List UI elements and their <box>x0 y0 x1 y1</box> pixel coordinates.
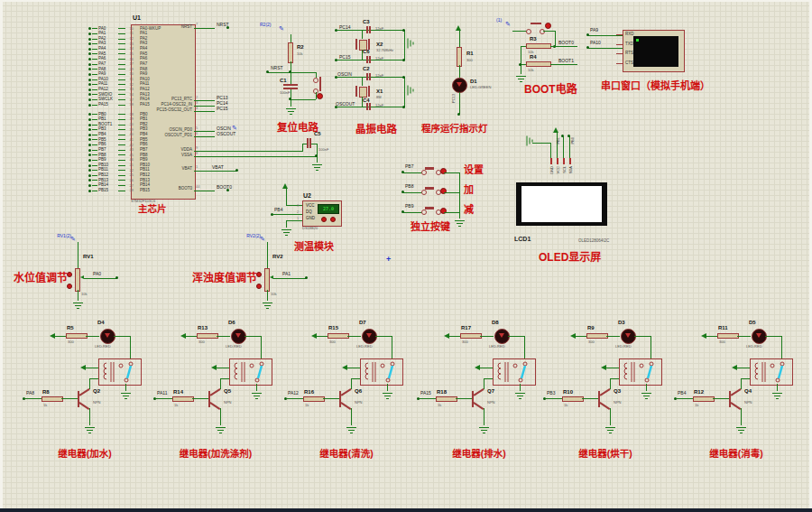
crystal-plate[interactable] <box>368 86 370 97</box>
probe-pencil-icon[interactable]: ✎ <box>279 25 284 32</box>
pin-name: PA1 <box>135 32 192 36</box>
wire <box>484 408 484 425</box>
terminal-screen[interactable] <box>633 36 678 67</box>
wire <box>582 398 598 399</box>
potentiometer[interactable] <box>264 268 270 292</box>
capacitor-plate[interactable] <box>366 26 368 33</box>
probe-pencil-icon[interactable]: ✎ <box>505 21 511 27</box>
capacitor-plate[interactable] <box>369 73 371 80</box>
oled-section: PB1 PB0 GND VCC SCL <box>505 126 623 266</box>
probe-pencil-icon[interactable]: ✎ <box>260 236 265 242</box>
crystal-plate[interactable] <box>355 39 357 50</box>
wire <box>606 368 619 368</box>
relay[interactable] <box>750 358 793 386</box>
wire <box>456 398 472 399</box>
chip-title: 主芯片 <box>138 204 167 214</box>
crystal[interactable] <box>359 87 367 98</box>
resistor[interactable] <box>172 396 194 402</box>
resistor[interactable] <box>457 47 462 67</box>
relay-title: 继电器(加洗涤剂) <box>148 449 283 459</box>
resistor[interactable] <box>197 333 218 339</box>
wire <box>403 172 422 173</box>
junction-dot-icon <box>88 124 91 126</box>
relay[interactable] <box>493 358 536 386</box>
potentiometer-cell: RV1(2) ✎ RV1 PA0 10k 水位值调节 <box>75 235 129 316</box>
ground-icon <box>72 301 83 309</box>
capacitor-plate[interactable] <box>369 26 371 33</box>
wire <box>362 30 363 39</box>
capacitor-plate[interactable] <box>369 103 371 110</box>
reset-button[interactable] <box>317 93 323 99</box>
resistor[interactable] <box>526 43 551 49</box>
transistor-ref: Q6 <box>355 388 362 394</box>
resistor-value: 1k <box>305 404 309 407</box>
wire <box>273 278 307 279</box>
pin-number: 31 <box>125 78 135 81</box>
wire <box>634 336 651 337</box>
button-actuator <box>319 77 321 91</box>
capacitor-plate[interactable] <box>366 103 368 110</box>
potentiometer[interactable] <box>75 268 80 292</box>
resistor[interactable] <box>436 396 457 402</box>
pin-number: 7 <box>196 23 198 26</box>
wire <box>741 378 750 379</box>
power-arrow-icon <box>456 25 461 31</box>
oled-display[interactable] <box>516 182 607 226</box>
probe-pencil-icon[interactable]: ✎ <box>232 125 237 131</box>
section-title: OLED显示屏 <box>539 252 601 263</box>
wire <box>444 192 459 193</box>
relay[interactable] <box>98 358 142 386</box>
resistor[interactable] <box>42 396 63 402</box>
resistor[interactable] <box>460 333 482 339</box>
resistor[interactable] <box>328 333 349 339</box>
wire <box>459 172 460 219</box>
wire <box>118 175 125 176</box>
window-bottom-edge <box>0 508 812 512</box>
pin-number: 11 <box>125 32 135 35</box>
junction-dot-icon <box>88 93 91 96</box>
capacitor-plate[interactable] <box>366 73 368 80</box>
wire <box>444 212 459 213</box>
resistor[interactable] <box>288 42 293 63</box>
resistor[interactable] <box>717 333 739 339</box>
module-part: DS18B20 <box>302 227 318 230</box>
resistor[interactable] <box>562 396 584 402</box>
wire <box>532 143 550 144</box>
led-value: LED-RED <box>615 345 632 349</box>
boot-switch-button[interactable] <box>545 23 551 29</box>
relay-symbol <box>99 359 141 385</box>
resistor[interactable] <box>303 396 325 402</box>
wire <box>677 398 693 399</box>
resistor[interactable] <box>586 333 608 339</box>
capacitor-plate[interactable] <box>366 56 368 63</box>
capacitor-plate[interactable] <box>283 84 298 86</box>
probe-label: RV1(2) <box>44 234 71 238</box>
led-green[interactable] <box>452 78 467 93</box>
probe-pencil-icon[interactable]: ✎ <box>70 236 76 242</box>
ground-icon <box>120 391 131 399</box>
pin-number: 12 <box>125 37 135 41</box>
wire <box>302 144 303 152</box>
wire <box>61 398 78 399</box>
wire <box>118 180 125 181</box>
temp-up-button[interactable] <box>321 217 327 222</box>
resistor[interactable] <box>526 61 551 67</box>
wire <box>317 336 328 337</box>
potentiometer-cell: RV2(2) ✎ RV2 PA1 10k 浑浊度值调节 <box>264 235 318 316</box>
wire <box>286 220 302 221</box>
pin-number: 30 <box>125 72 135 76</box>
button-contact <box>313 78 318 83</box>
relay[interactable] <box>229 358 272 386</box>
keys-rows: PB7 设置 PB8 <box>400 164 517 224</box>
relay[interactable] <box>619 358 662 386</box>
section-title: 独立按键 <box>411 222 450 232</box>
relay[interactable] <box>360 358 403 386</box>
crystal-plate[interactable] <box>355 86 357 97</box>
relay-cell: R13 300 D6 LED-RED <box>148 319 283 468</box>
temp-down-button[interactable] <box>330 217 336 222</box>
resistor[interactable] <box>693 396 715 402</box>
net-label: PB8 <box>405 184 413 189</box>
capacitor-plate[interactable] <box>369 56 371 63</box>
net-label: PC15 <box>217 107 228 111</box>
resistor[interactable] <box>66 333 88 339</box>
